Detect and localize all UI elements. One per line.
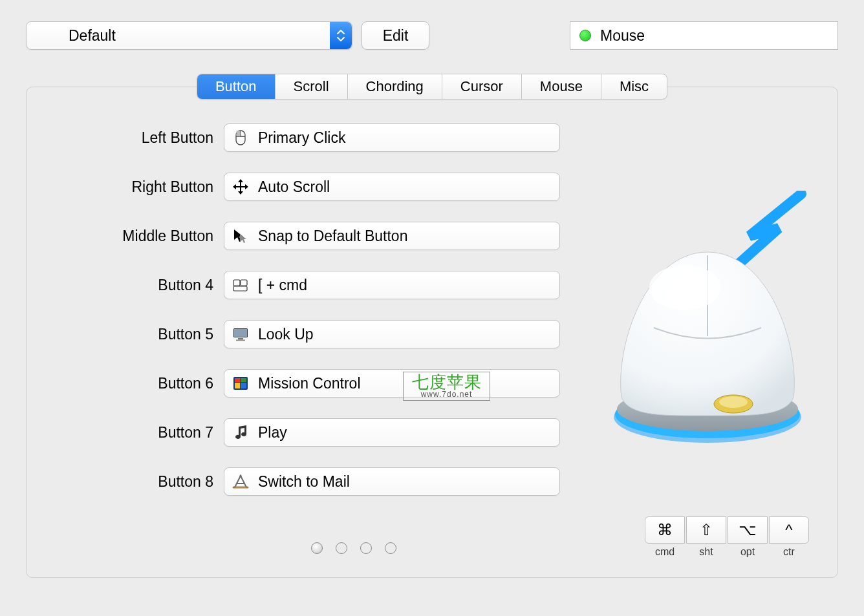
button-label: Button 5 bbox=[52, 326, 224, 343]
modifier-key-button[interactable]: ^ bbox=[769, 516, 809, 544]
button-action-value: [ + cmd bbox=[258, 277, 307, 294]
modifier-key-opt: ⌥opt bbox=[728, 516, 768, 558]
modifier-key-label: opt bbox=[740, 546, 755, 558]
tab-cursor[interactable]: Cursor bbox=[442, 74, 522, 99]
mouse-illustration bbox=[607, 191, 814, 449]
top-toolbar: Default Edit Mouse bbox=[26, 19, 838, 52]
button-action-value: Play bbox=[258, 424, 287, 441]
mouse-left-icon bbox=[231, 129, 250, 146]
button-action-field[interactable]: Switch to Mail bbox=[224, 467, 560, 496]
tab-button[interactable]: Button bbox=[197, 74, 275, 99]
status-indicator-icon bbox=[579, 30, 591, 41]
page-dot[interactable] bbox=[311, 542, 323, 554]
button-action-field[interactable]: [ + cmd bbox=[224, 271, 560, 299]
button-label: Button 7 bbox=[52, 424, 224, 441]
button-action-value: Mission Control bbox=[258, 375, 361, 392]
app-switch-icon bbox=[231, 473, 250, 490]
modifier-key-label: cmd bbox=[655, 546, 675, 558]
button-action-field[interactable]: Play bbox=[224, 418, 560, 447]
button-action-field[interactable]: Snap to Default Button bbox=[224, 222, 560, 250]
tab-label: Cursor bbox=[460, 78, 503, 95]
modifier-key-ctr: ^ctr bbox=[769, 516, 809, 558]
profile-select[interactable]: Default bbox=[26, 21, 352, 50]
content-panel: Left ButtonPrimary ClickRight ButtonAuto… bbox=[26, 87, 838, 578]
page-dot[interactable] bbox=[360, 542, 372, 554]
page-dot[interactable] bbox=[336, 542, 347, 554]
tab-chording[interactable]: Chording bbox=[348, 74, 442, 99]
modifier-key-button[interactable]: ⌥ bbox=[728, 516, 768, 544]
tab-label: Misc bbox=[620, 78, 649, 95]
tab-label: Scroll bbox=[294, 78, 329, 95]
button-label: Left Button bbox=[52, 129, 224, 147]
edit-button-label: Edit bbox=[383, 27, 409, 45]
preferences-window: Default Edit Mouse ButtonScrollChordingC… bbox=[0, 0, 864, 616]
modifier-key-label: sht bbox=[699, 546, 713, 558]
button-action-field[interactable]: Auto Scroll bbox=[224, 173, 560, 201]
device-status-field[interactable]: Mouse bbox=[570, 21, 838, 50]
button-assignment-row: Button 8Switch to Mail bbox=[52, 467, 812, 496]
edit-button[interactable]: Edit bbox=[362, 21, 429, 50]
button-label: Right Button bbox=[52, 178, 224, 196]
tab-scroll[interactable]: Scroll bbox=[275, 74, 348, 99]
device-name-label: Mouse bbox=[600, 27, 645, 45]
keyboard-key-icon bbox=[231, 277, 250, 293]
button-label: Button 6 bbox=[52, 375, 224, 392]
mission-control-icon bbox=[231, 375, 250, 392]
modifier-key-label: ctr bbox=[783, 546, 795, 558]
svg-point-4 bbox=[719, 396, 748, 408]
page-dot[interactable] bbox=[385, 542, 396, 554]
display-icon bbox=[231, 326, 250, 343]
button-action-value: Primary Click bbox=[258, 129, 345, 147]
modifier-keys: ⌘cmd⇧sht⌥opt^ctr bbox=[645, 516, 809, 558]
tab-label: Button bbox=[215, 78, 257, 95]
button-action-value: Look Up bbox=[258, 326, 314, 343]
button-label: Middle Button bbox=[52, 228, 224, 245]
button-assignment-row: Left ButtonPrimary Click bbox=[52, 123, 812, 152]
modifier-key-cmd: ⌘cmd bbox=[645, 516, 685, 558]
tab-mouse[interactable]: Mouse bbox=[522, 74, 601, 99]
button-action-field[interactable]: Mission Control bbox=[224, 369, 560, 398]
tab-bar: ButtonScrollChordingCursorMouseMisc bbox=[26, 74, 838, 100]
button-action-value: Snap to Default Button bbox=[258, 228, 407, 245]
tab-label: Mouse bbox=[540, 78, 583, 95]
button-action-field[interactable]: Primary Click bbox=[224, 123, 560, 152]
profile-select-value: Default bbox=[69, 27, 116, 45]
tab-label: Chording bbox=[366, 78, 424, 95]
dropdown-stepper-icon bbox=[330, 22, 352, 49]
button-action-field[interactable]: Look Up bbox=[224, 320, 560, 348]
modifier-key-sht: ⇧sht bbox=[686, 516, 726, 558]
button-label: Button 8 bbox=[52, 473, 224, 491]
cursor-snap-icon bbox=[231, 228, 250, 244]
button-label: Button 4 bbox=[52, 277, 224, 294]
button-action-value: Switch to Mail bbox=[258, 473, 350, 491]
tab-misc[interactable]: Misc bbox=[601, 74, 667, 99]
music-note-icon bbox=[231, 424, 250, 441]
modifier-key-button[interactable]: ⌘ bbox=[645, 516, 685, 544]
page-indicator[interactable] bbox=[311, 542, 396, 554]
svg-point-5 bbox=[649, 265, 720, 310]
modifier-key-button[interactable]: ⇧ bbox=[686, 516, 726, 544]
button-action-value: Auto Scroll bbox=[258, 178, 330, 196]
move-arrows-icon bbox=[231, 178, 250, 195]
